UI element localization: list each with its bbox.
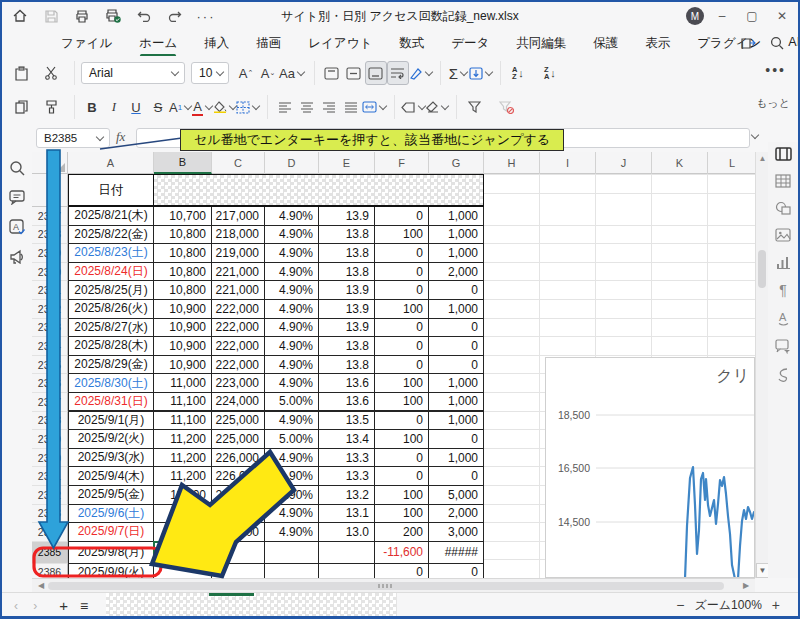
align-right-icon[interactable] bbox=[318, 95, 340, 119]
cell-G2381[interactable]: 0 bbox=[429, 467, 484, 486]
autosum-button[interactable]: Σ bbox=[447, 61, 469, 85]
cell-A2384[interactable]: 2025/9/7(日) bbox=[68, 523, 154, 542]
fx-icon[interactable]: fx bbox=[116, 129, 125, 145]
cell-F2369[interactable]: 0 bbox=[375, 244, 429, 263]
cell-A2367[interactable]: 2025/8/21(木) bbox=[68, 207, 154, 226]
cell-E2378[interactable]: 13.5 bbox=[319, 412, 375, 431]
align-center-icon[interactable] bbox=[296, 95, 318, 119]
cell-G2370[interactable]: 2,000 bbox=[429, 263, 484, 282]
cell-D2370[interactable]: 4.90% bbox=[265, 263, 319, 282]
zoom-out-button[interactable]: − bbox=[676, 597, 684, 613]
column-header-F[interactable]: F bbox=[375, 152, 429, 174]
cell-E2374[interactable]: 13.8 bbox=[319, 337, 375, 356]
cell-E2373[interactable]: 13.9 bbox=[319, 319, 375, 338]
cell-B2377[interactable]: 11,100 bbox=[154, 393, 212, 412]
copy-icon[interactable] bbox=[10, 95, 32, 119]
cell-D2379[interactable]: 5.00% bbox=[265, 430, 319, 449]
row-header-2373[interactable]: 2373 bbox=[32, 319, 68, 338]
undo-icon[interactable] bbox=[131, 5, 157, 27]
frozen-row-header[interactable] bbox=[32, 174, 68, 207]
cell-C2370[interactable]: 221,000 bbox=[212, 263, 265, 282]
image-icon[interactable] bbox=[775, 228, 791, 242]
borders-button[interactable] bbox=[236, 95, 259, 119]
cell-B2382[interactable]: 11,200 bbox=[154, 486, 212, 505]
change-case-button[interactable]: Aa bbox=[279, 61, 304, 85]
cell-A2377[interactable]: 2025/8/31(日) bbox=[68, 393, 154, 412]
cell-E2372[interactable]: 13.9 bbox=[319, 300, 375, 319]
column-header-K[interactable]: K bbox=[652, 152, 708, 174]
cell-F2375[interactable]: 0 bbox=[375, 356, 429, 375]
cell-G2369[interactable]: 1,000 bbox=[429, 244, 484, 263]
cell-G2382[interactable]: 5,000 bbox=[429, 486, 484, 505]
cell-F2386[interactable]: 0 bbox=[375, 564, 429, 578]
sheet-view-icon[interactable] bbox=[775, 147, 792, 161]
cell-A2368[interactable]: 2025/8/22(金) bbox=[68, 226, 154, 245]
cell-B2371[interactable]: 10,800 bbox=[154, 281, 212, 300]
align-bottom-icon[interactable] bbox=[365, 61, 387, 85]
menu-tab-共同編集[interactable]: 共同編集 bbox=[515, 31, 567, 56]
row-header-2381[interactable]: 2381 bbox=[32, 467, 68, 486]
spreadsheet-grid[interactable]: ABCDEFGHIJKL 日付 23672025/8/21(木)10,70021… bbox=[32, 152, 755, 578]
cell-C2382[interactable]: 229,000 bbox=[212, 486, 265, 505]
clear-filter-button[interactable] bbox=[495, 95, 517, 119]
cell-C2380[interactable]: 226,000 bbox=[212, 449, 265, 468]
cell-G2386[interactable]: 0 bbox=[429, 564, 484, 578]
cell-E2379[interactable]: 13.4 bbox=[319, 430, 375, 449]
column-header-A[interactable]: A bbox=[68, 152, 154, 174]
cell-D2384[interactable]: 4.90% bbox=[265, 523, 319, 542]
cell-D2383[interactable]: 4.90% bbox=[265, 505, 319, 524]
maximize-button[interactable]: ▢ bbox=[740, 5, 764, 27]
row-header-2377[interactable]: 2377 bbox=[32, 393, 68, 412]
cell-D2367[interactable]: 4.90% bbox=[265, 207, 319, 226]
text-art-icon[interactable]: A bbox=[776, 311, 791, 326]
menu-tab-描画[interactable]: 描画 bbox=[255, 31, 282, 56]
cell-B2380[interactable]: 11,200 bbox=[154, 449, 212, 468]
cell-G2367[interactable]: 1,000 bbox=[429, 207, 484, 226]
spellcheck-icon[interactable]: A bbox=[9, 219, 26, 235]
align-middle-icon[interactable] bbox=[343, 61, 365, 85]
cell-G2375[interactable]: 0 bbox=[429, 356, 484, 375]
cell-F2383[interactable]: 100 bbox=[375, 505, 429, 524]
menu-tab-数式[interactable]: 数式 bbox=[398, 31, 425, 56]
cell-F2382[interactable]: 100 bbox=[375, 486, 429, 505]
cell-B2384[interactable]: 11,400 bbox=[154, 523, 212, 542]
underline-button[interactable]: U bbox=[125, 95, 147, 119]
cell-F2384[interactable]: 200 bbox=[375, 523, 429, 542]
cell-C2376[interactable]: 223,000 bbox=[212, 374, 265, 393]
cell-D2386[interactable] bbox=[265, 564, 319, 578]
font-name-select[interactable]: Arial bbox=[81, 62, 185, 84]
cell-A2371[interactable]: 2025/8/25(月) bbox=[68, 281, 154, 300]
row-header-2382[interactable]: 2382 bbox=[32, 486, 68, 505]
cell-B2379[interactable]: 11,200 bbox=[154, 430, 212, 449]
cell-F2381[interactable]: 0 bbox=[375, 467, 429, 486]
cell-B2386[interactable] bbox=[154, 564, 212, 578]
print-preview-icon[interactable] bbox=[100, 5, 126, 27]
cell-D2377[interactable]: 5.00% bbox=[265, 393, 319, 412]
search-sidebar-icon[interactable] bbox=[9, 160, 25, 176]
search-icon[interactable] bbox=[770, 36, 784, 50]
comment-filter-icon[interactable] bbox=[775, 339, 791, 354]
zoom-in-button[interactable]: + bbox=[772, 597, 780, 613]
cell-D2369[interactable]: 4.90% bbox=[265, 244, 319, 263]
row-header-2370[interactable]: 2370 bbox=[32, 263, 68, 282]
cell-A2376[interactable]: 2025/8/30(土) bbox=[68, 374, 154, 393]
cell-F2373[interactable]: 0 bbox=[375, 319, 429, 338]
cell-F2379[interactable]: 100 bbox=[375, 430, 429, 449]
cell-G2372[interactable]: 1,000 bbox=[429, 300, 484, 319]
menu-tab-挿入[interactable]: 挿入 bbox=[203, 31, 230, 56]
cell-B2369[interactable]: 10,800 bbox=[154, 244, 212, 263]
save-icon[interactable] bbox=[38, 5, 64, 27]
cell-D2378[interactable]: 4.90% bbox=[265, 412, 319, 431]
cell-A2380[interactable]: 2025/9/3(水) bbox=[68, 449, 154, 468]
strikethrough-button[interactable]: S bbox=[147, 95, 169, 119]
horizontal-scrollbar[interactable]: ◀ ▶ bbox=[32, 578, 755, 592]
row-header-2384[interactable]: 2384 bbox=[32, 523, 68, 542]
cell-D2372[interactable]: 4.90% bbox=[265, 300, 319, 319]
cell-E2368[interactable]: 13.8 bbox=[319, 226, 375, 245]
shapes-icon[interactable] bbox=[775, 201, 791, 215]
date-column-title[interactable]: 日付 bbox=[68, 174, 154, 207]
column-header-D[interactable]: D bbox=[265, 152, 319, 174]
cell-A2373[interactable]: 2025/8/27(水) bbox=[68, 319, 154, 338]
add-sheet-button[interactable]: + bbox=[59, 597, 68, 614]
cell-D2382[interactable]: 4.90% bbox=[265, 486, 319, 505]
